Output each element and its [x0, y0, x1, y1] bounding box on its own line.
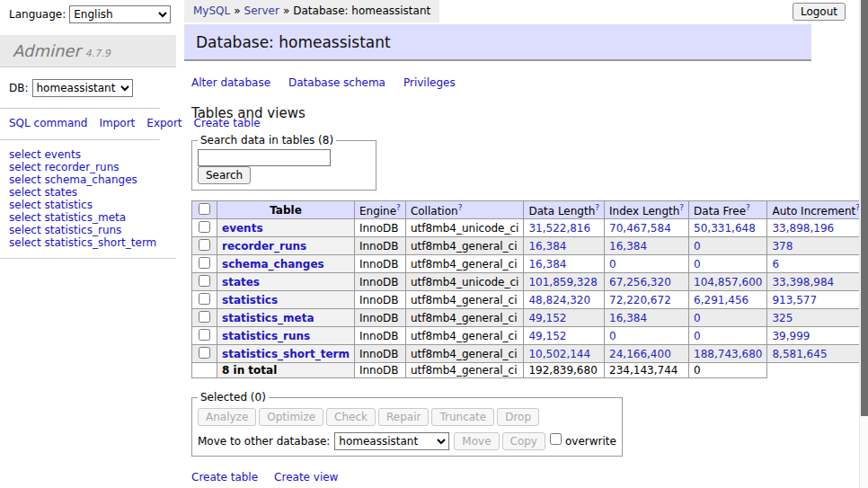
table-row: statistics_metaInnoDButf8mb4_general_ci4…: [192, 309, 868, 327]
cell-data-length: 16,384: [524, 237, 605, 255]
breadcrumb-current: Database: homeassistant: [293, 4, 430, 17]
sidebar-table-link-select-schema-changes[interactable]: select schema_changes: [9, 173, 167, 186]
cell-data-free: 104,857,600: [689, 273, 767, 291]
table-row: statesInnoDButf8mb4_unicode_ci101,859,32…: [192, 273, 868, 291]
sidebar-actions: SQL commandImportExportCreate table: [0, 108, 160, 140]
sidebar-table-link-select-states[interactable]: select states: [9, 186, 167, 199]
row-checkbox[interactable]: [199, 275, 210, 287]
sidebar: Language:English Adminer4.7.9 DB:homeass…: [0, 0, 176, 259]
cell-data-free: 0: [689, 309, 767, 327]
cell-collation: utf8mb4_general_ci: [405, 255, 524, 273]
table-name-link-statistics-short-term[interactable]: statistics_short_term: [222, 348, 350, 360]
sidebar-table-link-select-statistics[interactable]: select statistics: [9, 199, 167, 211]
sidebar-link-import[interactable]: Import: [99, 117, 135, 129]
db-select[interactable]: homeassistant: [32, 79, 133, 97]
cell-table-name: statistics_meta: [217, 309, 355, 327]
analyze-button[interactable]: Analyze: [198, 408, 256, 426]
drop-button[interactable]: Drop: [497, 408, 539, 426]
table-row: schema_changesInnoDButf8mb4_general_ci16…: [192, 255, 868, 273]
cell-data-length: 16,384: [524, 255, 605, 273]
table-row: recorder_runsInnoDButf8mb4_general_ci16,…: [192, 237, 868, 255]
row-checkbox[interactable]: [199, 239, 210, 251]
table-name-link-statistics-runs[interactable]: statistics_runs: [222, 330, 310, 342]
cell-data-free: 188,743,680: [689, 345, 767, 363]
table-header-row: TableEngine?Collation?Data Length?Index …: [192, 201, 868, 219]
cell-index-length: 0: [605, 255, 689, 273]
move-button[interactable]: Move: [454, 432, 499, 450]
nav-link-database-schema[interactable]: Database schema: [288, 76, 385, 89]
row-checkbox[interactable]: [199, 221, 210, 233]
copy-button[interactable]: Copy: [502, 432, 545, 450]
logout-button[interactable]: Logout: [793, 3, 846, 21]
vertical-scrollbar[interactable]: [859, 0, 868, 488]
row-select-cell: [192, 345, 217, 363]
app-name: Adminer: [13, 41, 81, 60]
cell-collation: utf8mb4_general_ci: [405, 327, 524, 345]
sidebar-table-link-select-events[interactable]: select events: [9, 148, 167, 161]
row-checkbox[interactable]: [199, 311, 210, 323]
repair-button[interactable]: Repair: [378, 408, 429, 426]
cell-engine: InnoDB: [354, 327, 405, 345]
help-icon[interactable]: ?: [396, 203, 401, 212]
row-select-cell: [192, 237, 217, 255]
breadcrumb-separator-icon: »: [283, 4, 289, 17]
table-name-link-recorder-runs[interactable]: recorder_runs: [222, 240, 306, 253]
help-icon[interactable]: ?: [458, 203, 463, 212]
cell-collation: utf8mb4_general_ci: [405, 237, 524, 255]
search-button[interactable]: Search: [198, 166, 251, 184]
database-nav-links: Alter databaseDatabase schemaPrivileges: [191, 76, 849, 89]
help-icon[interactable]: ?: [679, 203, 684, 212]
table-name-link-statistics[interactable]: statistics: [222, 294, 278, 306]
table-name-link-events[interactable]: events: [222, 222, 263, 235]
overwrite-label: overwrite: [565, 435, 616, 448]
optimize-button[interactable]: Optimize: [259, 408, 323, 426]
cell-engine: InnoDB: [354, 345, 405, 363]
truncate-button[interactable]: Truncate: [431, 408, 494, 426]
sidebar-link-sql-command[interactable]: SQL command: [9, 117, 87, 129]
row-checkbox[interactable]: [199, 347, 210, 359]
table-name-link-schema-changes[interactable]: schema_changes: [222, 258, 324, 271]
cell-data-free: 50,331,648: [689, 219, 767, 237]
select-all-cell: [192, 201, 217, 219]
nav-link-alter-database[interactable]: Alter database: [191, 76, 270, 89]
check-button[interactable]: Check: [326, 408, 376, 426]
cell-auto-increment: 325: [767, 309, 865, 327]
nav-link-privileges[interactable]: Privileges: [403, 76, 456, 89]
help-icon[interactable]: ?: [746, 203, 750, 212]
cell-collation: utf8mb4_general_ci: [405, 345, 524, 363]
language-select[interactable]: English: [69, 5, 171, 23]
sidebar-table-link-select-recorder-runs[interactable]: select recorder_runs: [9, 161, 167, 173]
breadcrumb-link-mysql[interactable]: MySQL: [193, 4, 230, 17]
row-checkbox[interactable]: [199, 329, 210, 341]
totals-index-length: 234,143,744: [605, 363, 689, 378]
overwrite-checkbox[interactable]: [550, 433, 562, 445]
cell-table-name: events: [217, 219, 355, 237]
sidebar-table-link-select-statistics-runs[interactable]: select statistics_runs: [9, 224, 167, 236]
move-db-select[interactable]: homeassistant: [334, 432, 449, 450]
sidebar-table-link-select-statistics-meta[interactable]: select statistics_meta: [9, 211, 167, 224]
cell-table-name: statistics: [217, 291, 355, 309]
table-name-link-statistics-meta[interactable]: statistics_meta: [222, 312, 314, 324]
table-name-link-states[interactable]: states: [222, 276, 260, 288]
totals-data-length: 192,839,680: [524, 363, 605, 378]
page-title: Database: homeassistant: [184, 24, 811, 61]
create-table-link[interactable]: Create table: [191, 471, 258, 484]
search-input[interactable]: [198, 149, 331, 166]
cell-auto-increment: 913,577: [767, 291, 865, 309]
select-all-checkbox[interactable]: [199, 203, 210, 215]
main-content: MySQL»Server»Database: homeassistant Log…: [184, 0, 849, 488]
cell-data-length: 49,152: [524, 309, 605, 327]
cell-engine: InnoDB: [354, 219, 405, 237]
scrollbar-thumb[interactable]: [861, 0, 868, 416]
row-checkbox[interactable]: [199, 257, 210, 269]
row-checkbox[interactable]: [199, 293, 210, 305]
create-view-link[interactable]: Create view: [274, 471, 338, 484]
sidebar-link-export[interactable]: Export: [146, 117, 182, 129]
sidebar-table-link-select-statistics-short-term[interactable]: select statistics_short_term: [9, 236, 167, 249]
help-icon[interactable]: ?: [595, 203, 599, 212]
cell-auto-increment: 6: [767, 255, 865, 273]
breadcrumb-link-server[interactable]: Server: [244, 4, 279, 17]
cell-collation: utf8mb4_general_ci: [405, 309, 524, 327]
totals-collation: utf8mb4_general_ci: [405, 363, 524, 378]
totals-empty-cell: [192, 363, 217, 378]
